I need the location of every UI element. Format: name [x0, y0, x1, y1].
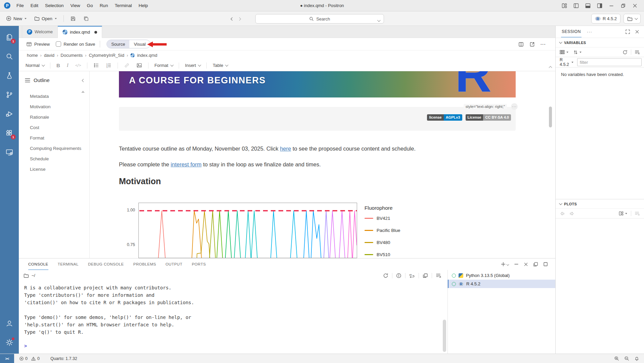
here-link[interactable]: here [280, 146, 291, 152]
clear-console-icon[interactable] [436, 273, 441, 278]
menu-item[interactable]: Selection [42, 0, 67, 11]
working-directory[interactable]: ~/ [32, 273, 35, 278]
tab-problems[interactable]: PROBLEMS [133, 258, 156, 270]
zoom-in-icon[interactable] [614, 356, 619, 361]
run-debug-icon[interactable] [2, 106, 17, 122]
tab-welcome[interactable]: P Welcome [22, 26, 58, 38]
breadcrumb-item[interactable]: home› [27, 53, 42, 58]
numbered-list-button[interactable]: 123 [103, 61, 114, 70]
menu-item[interactable]: Help [135, 0, 151, 11]
account-icon[interactable] [2, 316, 17, 331]
italic-button[interactable]: I [64, 61, 71, 70]
document-canvas[interactable]: R A COURSE FOR BEGINNERS style="text-ali… [90, 71, 555, 258]
move-to-editor-icon[interactable] [423, 273, 428, 278]
customize-layout-icon[interactable] [560, 1, 569, 10]
console-output[interactable]: R is a collaborative project with many c… [19, 281, 447, 336]
console-scrollbar-thumb[interactable] [443, 320, 446, 352]
back-button[interactable] [231, 16, 233, 21]
minimize-icon[interactable] [607, 1, 616, 10]
runtime-selector[interactable]: R 4.5.2 [560, 57, 574, 67]
outline-item[interactable]: Cost [19, 122, 89, 133]
save-all-button[interactable] [81, 14, 92, 23]
breadcrumb-item[interactable]: Documents› [60, 53, 86, 58]
group-variables-icon[interactable] [560, 50, 569, 54]
restart-session-icon[interactable] [383, 273, 388, 278]
workspace-button[interactable] [624, 14, 641, 24]
new-session-button[interactable] [501, 262, 509, 267]
settings-gear-icon[interactable] [2, 335, 17, 350]
tab-output[interactable]: OUTPUT [166, 258, 182, 270]
toggle-sidebar-icon[interactable] [572, 1, 581, 10]
table-dropdown[interactable]: Table [210, 62, 230, 69]
image-button[interactable] [134, 61, 145, 70]
insert-dropdown[interactable]: Insert [182, 62, 203, 69]
plots-section-header[interactable]: PLOTS [556, 199, 644, 208]
open-button[interactable]: Open [32, 14, 60, 23]
tab-console[interactable]: CONSOLE [28, 258, 48, 270]
toggle-panel-icon[interactable] [584, 1, 592, 10]
session-python[interactable]: Python 3.13.5 (Global) [448, 271, 555, 280]
forward-button[interactable] [238, 16, 241, 21]
paragraph-style-dropdown[interactable]: Normal [23, 62, 47, 69]
source-control-icon[interactable] [2, 87, 17, 103]
menu-item[interactable]: Edit [27, 0, 42, 11]
bullet-list-button[interactable] [91, 61, 102, 70]
tab-session[interactable]: SESSION [561, 26, 582, 37]
menu-item[interactable]: File [13, 0, 27, 11]
quarto-version[interactable]: Quarto: 1.7.32 [48, 354, 80, 363]
close-panel-icon[interactable] [524, 262, 528, 267]
variables-section-header[interactable]: VARIABLES [556, 38, 644, 47]
problems-status[interactable]: 0 0 [17, 354, 42, 363]
preview-button[interactable]: Preview [26, 41, 50, 47]
interest-form-link[interactable]: interest form [171, 161, 202, 167]
outline-item[interactable]: Format [19, 133, 89, 143]
explorer-icon[interactable]: 1 [2, 30, 17, 45]
save-button[interactable] [68, 14, 79, 23]
bold-button[interactable]: B [54, 61, 63, 70]
outline-item[interactable]: Schedule [19, 154, 89, 164]
outline-item[interactable]: License [19, 164, 89, 174]
clear-variables-icon[interactable] [635, 50, 640, 55]
format-dropdown[interactable]: Format [152, 62, 175, 69]
style-attr-chip[interactable]: style="text-align: right;" [464, 104, 507, 109]
zoom-out-icon[interactable] [624, 356, 629, 361]
tab-debug-console[interactable]: DEBUG CONSOLE [88, 258, 124, 270]
minimize-panel-icon[interactable] [514, 262, 519, 267]
refresh-variables-icon[interactable] [622, 50, 628, 55]
block-options-icon[interactable]: ··· [511, 103, 518, 110]
editor-scrollbar[interactable] [548, 65, 553, 284]
close-side-panel-icon[interactable] [635, 30, 639, 34]
tab-index-qmd[interactable]: index.qmd [58, 26, 102, 38]
open-preview-external-icon[interactable] [529, 42, 535, 47]
variables-filter-input[interactable] [577, 58, 642, 66]
remote-explorer-icon[interactable] [2, 145, 17, 160]
remote-indicator[interactable]: >< [0, 354, 14, 363]
search-sidebar-icon[interactable] [2, 49, 17, 64]
menu-item[interactable]: Run [96, 0, 112, 11]
code-button[interactable]: </> [73, 62, 84, 69]
tab-ports[interactable]: PORTS [192, 258, 206, 270]
split-editor-icon[interactable] [518, 42, 524, 47]
source-mode-button[interactable]: Source [107, 40, 129, 48]
menu-item[interactable]: Terminal [111, 0, 135, 11]
more-views-icon[interactable]: ··· [587, 29, 592, 34]
new-button[interactable]: New [3, 14, 30, 23]
session-r[interactable]: R R 4.5.2 [448, 280, 555, 288]
console-prompt[interactable]: > [19, 343, 447, 349]
restore-icon[interactable] [619, 1, 628, 10]
scroll-up-icon[interactable] [549, 65, 552, 70]
breadcrumb-item[interactable]: CytometryInR_Sid› [89, 53, 128, 58]
close-window-icon[interactable] [631, 1, 639, 10]
expand-panel-icon[interactable] [625, 29, 630, 34]
breadcrumb-file[interactable]: index.qmd [130, 53, 157, 58]
scrollbar-thumb[interactable] [549, 107, 552, 127]
outline-item[interactable]: Motivation [19, 102, 89, 112]
tab-terminal[interactable]: TERMINAL [58, 258, 79, 270]
extensions-icon[interactable]: 1 [2, 125, 17, 141]
hamburger-icon[interactable] [25, 78, 30, 83]
more-actions-icon[interactable]: ··· [541, 42, 546, 47]
outline-item[interactable]: Computing Requirements [19, 143, 89, 154]
plot-layout-icon[interactable] [619, 211, 628, 216]
render-on-save-checkbox[interactable]: Render on Save [56, 41, 95, 47]
notifications-bell-icon[interactable] [634, 356, 639, 361]
